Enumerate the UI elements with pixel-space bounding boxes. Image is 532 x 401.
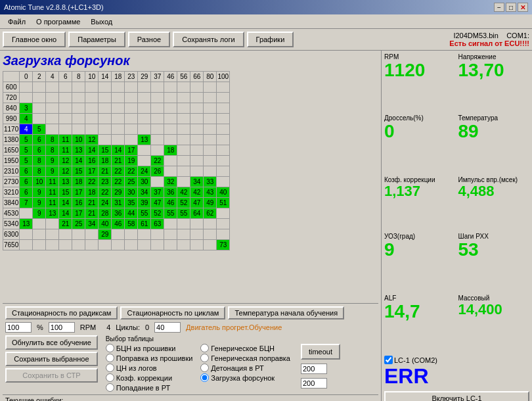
grid-cell[interactable] — [46, 219, 59, 229]
grid-cell[interactable] — [177, 124, 190, 135]
grid-cell[interactable]: 17 — [72, 208, 85, 219]
grid-cell[interactable]: 6 — [20, 166, 33, 177]
grid-cell[interactable]: 15 — [59, 187, 72, 198]
grid-cell[interactable]: 17 — [85, 166, 99, 177]
grid-cell[interactable] — [164, 82, 177, 93]
grid-cell[interactable] — [138, 156, 151, 166]
grid-cell[interactable] — [190, 145, 204, 156]
grid-cell[interactable]: 61 — [138, 219, 151, 229]
grid-cell[interactable]: 21 — [59, 219, 72, 229]
grid-cell[interactable]: 12 — [59, 156, 72, 166]
grid-cell[interactable] — [85, 124, 99, 135]
grid-cell[interactable] — [164, 219, 177, 229]
grid-cell[interactable] — [190, 240, 204, 250]
rpm-val2-input[interactable] — [49, 322, 75, 333]
grid-cell[interactable]: 11 — [46, 177, 59, 187]
grid-cell[interactable] — [99, 135, 112, 145]
grid-cell[interactable] — [177, 82, 190, 93]
grid-cell[interactable]: 34 — [190, 177, 204, 187]
grid-cell[interactable] — [217, 135, 230, 145]
grid-cell[interactable]: 29 — [112, 187, 125, 198]
grid-cell[interactable]: 16 — [72, 198, 85, 208]
grid-cell[interactable] — [151, 103, 164, 114]
grid-cell[interactable]: 12 — [59, 166, 72, 177]
grid-cell[interactable] — [85, 114, 99, 124]
grid-cell[interactable] — [112, 135, 125, 145]
grid-cell[interactable]: 30 — [138, 177, 151, 187]
grid-cell[interactable]: 36 — [112, 208, 125, 219]
grid-cell[interactable]: 43 — [204, 187, 217, 198]
lc1-checkbox-label[interactable]: LC-1 (COM2) — [384, 356, 437, 364]
grid-cell[interactable] — [151, 82, 164, 93]
grid-cell[interactable] — [125, 82, 138, 93]
grid-cell[interactable]: 9 — [33, 208, 46, 219]
grid-cell[interactable] — [217, 93, 230, 103]
grid-cell[interactable]: 17 — [125, 145, 138, 156]
menu-exit[interactable]: Выход — [85, 16, 118, 27]
grid-cell[interactable]: 3 — [20, 103, 33, 114]
grid-cell[interactable]: 52 — [177, 198, 190, 208]
grid-cell[interactable] — [217, 177, 230, 187]
radio-detonation[interactable]: Детонация в РТ — [200, 364, 290, 372]
grid-cell[interactable] — [59, 103, 72, 114]
grid-cell[interactable] — [138, 229, 151, 240]
grid-cell[interactable] — [190, 166, 204, 177]
grid-cell[interactable]: 11 — [59, 135, 72, 145]
grid-cell[interactable] — [99, 82, 112, 93]
grid-cell[interactable] — [138, 103, 151, 114]
grid-cell[interactable]: 15 — [72, 166, 85, 177]
grid-cell[interactable] — [46, 103, 59, 114]
grid-cell[interactable]: 16 — [85, 156, 99, 166]
grid-cell[interactable]: 14 — [85, 145, 99, 156]
grid-cell[interactable]: 8 — [46, 145, 59, 156]
grid-cell[interactable]: 24 — [138, 166, 151, 177]
menu-file[interactable]: Файл — [3, 16, 31, 27]
grid-cell[interactable]: 10 — [72, 135, 85, 145]
minimize-button[interactable]: − — [494, 3, 504, 12]
grid-cell[interactable]: 8 — [33, 156, 46, 166]
timeout-button[interactable]: timeout — [301, 344, 340, 360]
grid-cell[interactable]: 24 — [99, 198, 112, 208]
grid-cell[interactable] — [138, 114, 151, 124]
grid-cell[interactable] — [85, 93, 99, 103]
grid-cell[interactable]: 15 — [99, 145, 112, 156]
grid-cell[interactable] — [20, 93, 33, 103]
radio-gen-bcn[interactable]: Генерическое БЦН — [200, 344, 290, 352]
grid-cell[interactable] — [204, 145, 217, 156]
grid-cell[interactable]: 36 — [164, 187, 177, 198]
grid-cell[interactable]: 18 — [72, 177, 85, 187]
grid-cell[interactable]: 22 — [112, 177, 125, 187]
grid-cell[interactable] — [164, 135, 177, 145]
grid-cell[interactable]: 28 — [99, 208, 112, 219]
grid-cell[interactable] — [164, 124, 177, 135]
grid-cell[interactable]: 58 — [125, 219, 138, 229]
grid-cell[interactable] — [72, 82, 85, 93]
grid-cell[interactable] — [138, 124, 151, 135]
grid-cell[interactable] — [164, 103, 177, 114]
grid-cell[interactable]: 23 — [99, 177, 112, 187]
grid-cell[interactable] — [151, 114, 164, 124]
grid-cell[interactable] — [85, 82, 99, 93]
val2-input[interactable] — [301, 378, 327, 389]
grid-cell[interactable]: 13 — [138, 135, 151, 145]
grid-cell[interactable] — [151, 145, 164, 156]
grid-cell[interactable] — [112, 103, 125, 114]
grid-cell[interactable] — [190, 135, 204, 145]
grid-cell[interactable] — [204, 156, 217, 166]
grid-cell[interactable] — [217, 103, 230, 114]
grid-cell[interactable]: 11 — [46, 198, 59, 208]
grid-cell[interactable]: 8 — [46, 135, 59, 145]
grid-cell[interactable] — [33, 229, 46, 240]
grid-cell[interactable]: 5 — [20, 145, 33, 156]
grid-cell[interactable] — [177, 145, 190, 156]
grid-cell[interactable] — [164, 114, 177, 124]
grid-cell[interactable]: 18 — [164, 145, 177, 156]
grid-cell[interactable] — [46, 229, 59, 240]
grid-cell[interactable] — [46, 114, 59, 124]
grid-cell[interactable]: 5 — [20, 156, 33, 166]
grid-cell[interactable]: 42 — [190, 187, 204, 198]
radio-coeff[interactable]: Козф. коррекции — [106, 373, 193, 382]
radio-correction[interactable]: Поправка из прошивки — [106, 354, 193, 362]
grid-cell[interactable] — [190, 82, 204, 93]
grid-cell[interactable]: 17 — [72, 187, 85, 198]
